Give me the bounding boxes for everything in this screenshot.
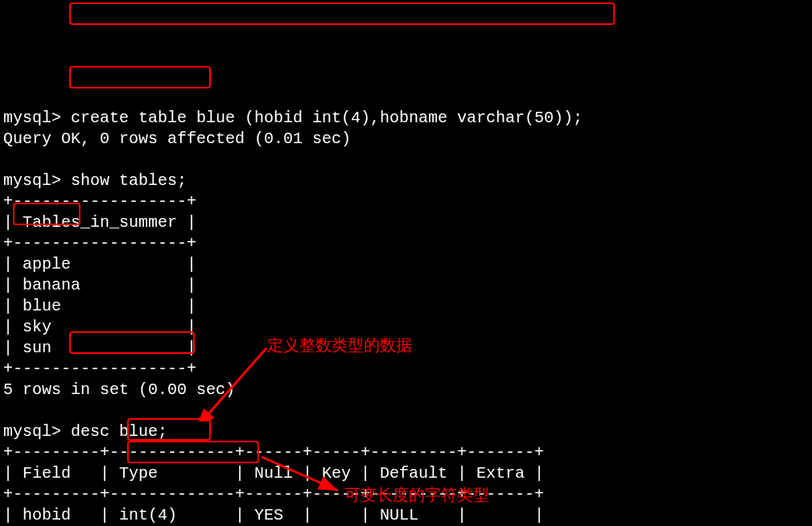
command-desc: desc blue; (61, 422, 167, 441)
desc-border: +---------+-------------+------+-----+--… (3, 485, 544, 503)
prompt: mysql> (3, 109, 61, 127)
table-border: +------------------+ (3, 192, 196, 211)
query-result: Query OK, 0 rows affected (0.01 sec) (3, 129, 351, 148)
command-show-tables: show tables; (61, 171, 187, 190)
desc-row: | hobid | int(4) | YES | | NULL | | (3, 506, 544, 524)
desc-header: | Field | Type | Null | Key | Default | … (3, 464, 544, 483)
desc-border: +---------+-------------+------+-----+--… (3, 443, 544, 462)
prompt: mysql> (3, 422, 61, 441)
table-row: | sun | (3, 339, 196, 357)
table-header: | Tables_in_summer | (3, 213, 196, 232)
table-row: | apple | (3, 255, 196, 273)
table-border: +------------------+ (3, 234, 196, 253)
table-row: | sky | (3, 318, 196, 336)
highlight-box-show-tables (69, 66, 211, 88)
table-border: +------------------+ (3, 360, 196, 378)
highlight-box-create-table (69, 2, 615, 25)
table-row: | banana | (3, 276, 196, 294)
prompt: mysql> (3, 171, 61, 190)
rows-summary: 5 rows in set (0.00 sec) (3, 380, 235, 399)
table-row: | blue | (3, 297, 196, 315)
terminal-output: mysql> create table blue (hobid int(4),h… (3, 87, 809, 526)
command-create-table: create table blue (hobid int(4),hobname … (61, 109, 583, 127)
